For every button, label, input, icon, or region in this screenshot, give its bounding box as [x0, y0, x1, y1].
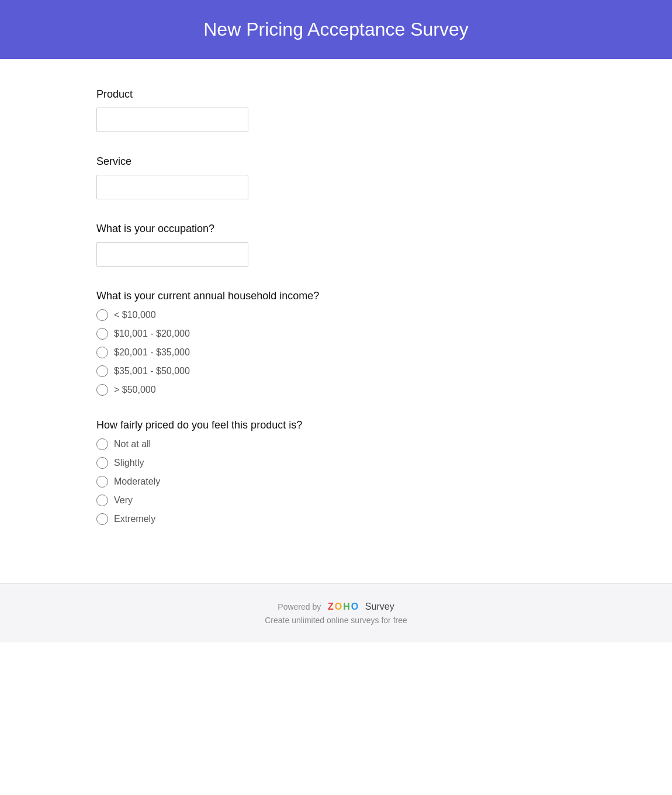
occupation-section: What is your occupation?: [96, 223, 576, 267]
product-label: Product: [96, 88, 576, 101]
footer-sub-text: Create unlimited online surveys for free: [12, 616, 660, 625]
pricing-option-1[interactable]: Slightly: [96, 457, 576, 469]
zoho-logo: ZOHO: [328, 602, 358, 612]
pricing-option-label-2: Moderately: [114, 476, 160, 487]
income-radio-2[interactable]: [96, 347, 108, 358]
pricing-radio-1[interactable]: [96, 457, 108, 469]
pricing-option-2[interactable]: Moderately: [96, 476, 576, 488]
zoho-z: Z: [328, 602, 334, 612]
powered-by-text: Powered by: [278, 602, 321, 611]
occupation-label: What is your occupation?: [96, 223, 576, 235]
pricing-label: How fairly priced do you feel this produ…: [96, 419, 576, 431]
income-option-label-4: > $50,000: [114, 385, 156, 395]
income-option-0[interactable]: < $10,000: [96, 309, 576, 321]
income-option-3[interactable]: $35,001 - $50,000: [96, 365, 576, 377]
occupation-input[interactable]: [96, 242, 248, 267]
income-radio-3[interactable]: [96, 365, 108, 377]
pricing-radio-2[interactable]: [96, 476, 108, 488]
income-radio-group: < $10,000 $10,001 - $20,000 $20,001 - $3…: [96, 309, 576, 396]
footer-powered-line: Powered by ZOHO Survey: [12, 602, 660, 612]
income-option-label-3: $35,001 - $50,000: [114, 366, 190, 376]
income-option-2[interactable]: $20,001 - $35,000: [96, 347, 576, 358]
income-option-1[interactable]: $10,001 - $20,000: [96, 328, 576, 340]
survey-text: Survey: [365, 602, 394, 611]
product-section: Product: [96, 88, 576, 132]
service-section: Service: [96, 155, 576, 199]
zoho-o2: O: [351, 602, 358, 612]
survey-title: New Pricing Acceptance Survey: [12, 19, 660, 40]
pricing-radio-group: Not at all Slightly Moderately Very Extr…: [96, 438, 576, 525]
income-option-label-2: $20,001 - $35,000: [114, 347, 190, 358]
income-option-4[interactable]: > $50,000: [96, 384, 576, 396]
income-label: What is your current annual household in…: [96, 290, 576, 302]
pricing-radio-0[interactable]: [96, 438, 108, 450]
footer: Powered by ZOHO Survey Create unlimited …: [0, 583, 672, 642]
income-section: What is your current annual household in…: [96, 290, 576, 396]
pricing-section: How fairly priced do you feel this produ…: [96, 419, 576, 525]
income-option-label-1: $10,001 - $20,000: [114, 329, 190, 339]
service-label: Service: [96, 155, 576, 168]
pricing-option-label-0: Not at all: [114, 439, 151, 450]
pricing-radio-3[interactable]: [96, 495, 108, 506]
income-radio-0[interactable]: [96, 309, 108, 321]
pricing-option-label-4: Extremely: [114, 514, 155, 524]
survey-header: New Pricing Acceptance Survey: [0, 0, 672, 59]
pricing-radio-4[interactable]: [96, 513, 108, 525]
zoho-o1: O: [335, 602, 342, 612]
pricing-option-label-3: Very: [114, 495, 133, 506]
product-input[interactable]: [96, 108, 248, 132]
pricing-option-4[interactable]: Extremely: [96, 513, 576, 525]
pricing-option-0[interactable]: Not at all: [96, 438, 576, 450]
form-container: Product Service What is your occupation?…: [73, 59, 599, 583]
zoho-h: H: [343, 602, 350, 612]
service-input[interactable]: [96, 175, 248, 199]
income-option-label-0: < $10,000: [114, 310, 156, 320]
income-radio-4[interactable]: [96, 384, 108, 396]
pricing-option-3[interactable]: Very: [96, 495, 576, 506]
pricing-option-label-1: Slightly: [114, 458, 144, 468]
income-radio-1[interactable]: [96, 328, 108, 340]
